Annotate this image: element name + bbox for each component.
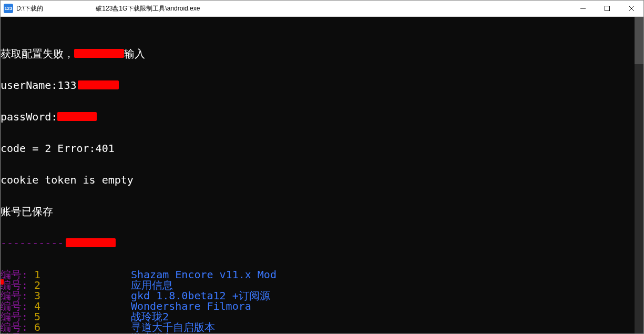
- minimize-icon: [580, 6, 586, 11]
- title-redacted-gap: [43, 5, 96, 12]
- list-item: 编号: 5战玲珑2: [1, 311, 643, 322]
- entry-id: 编号: 7: [1, 332, 131, 333]
- log-line: 账号已保存: [1, 206, 643, 217]
- maximize-icon: [605, 6, 610, 11]
- entry-id: 编号: 4: [1, 301, 131, 311]
- entry-id: 编号: 3: [1, 290, 131, 301]
- log-line: userName:133: [1, 80, 643, 90]
- title-prefix: D:\下载的: [16, 4, 43, 13]
- window-controls: [571, 1, 643, 16]
- app-window: 123 D:\下载的 破123盘1G下载限制工具\android.exe 获取配…: [0, 0, 644, 334]
- log-line: passWord:: [1, 112, 643, 122]
- log-line: 获取配置失败，输入: [1, 48, 643, 59]
- entry-name: 寻道大千自启版本: [131, 322, 215, 332]
- maximize-button[interactable]: [595, 1, 619, 16]
- file-list: 编号: 1Shazam Encore v11.x Mod编号: 2应用信息编号:…: [1, 269, 643, 333]
- close-button[interactable]: [619, 1, 643, 16]
- list-item: 编号: 7游戏分享: [1, 332, 643, 333]
- console-output[interactable]: 获取配置失败，输入 userName:133 passWord: code = …: [1, 17, 643, 333]
- redacted-mark: [74, 49, 124, 58]
- log-line: code = 2 Error:401: [1, 143, 643, 154]
- log-line: cookie token is empty: [1, 175, 643, 185]
- list-item: 编号: 1Shazam Encore v11.x Mod: [1, 269, 643, 280]
- list-item: 编号: 2应用信息: [1, 280, 643, 290]
- log-line: ----------: [1, 238, 643, 248]
- redacted-mark: [78, 80, 119, 89]
- titlebar[interactable]: 123 D:\下载的 破123盘1G下载限制工具\android.exe: [1, 1, 643, 17]
- scrollbar[interactable]: [635, 17, 643, 333]
- list-item: 编号: 6寻道大千自启版本: [1, 322, 643, 332]
- entry-name: 游戏分享: [131, 332, 173, 333]
- list-item: 编号: 3gkd 1.8.0beta12 +订阅源: [1, 290, 643, 301]
- entry-name: 战玲珑2: [131, 311, 169, 322]
- list-item: 编号: 4Wondershare Filmora: [1, 301, 643, 311]
- minimize-button[interactable]: [571, 1, 595, 16]
- redacted-mark: [66, 238, 116, 247]
- stray-red-mark: [1, 279, 4, 285]
- entry-id: 编号: 5: [1, 311, 131, 322]
- app-icon: 123: [4, 4, 13, 13]
- entry-name: Shazam Encore v11.x Mod: [131, 269, 277, 280]
- entry-name: Wondershare Filmora: [131, 301, 251, 311]
- scroll-thumb[interactable]: [635, 17, 643, 64]
- entry-id: 编号: 2: [1, 280, 131, 290]
- svg-rect-1: [605, 6, 610, 11]
- entry-name: gkd 1.8.0beta12 +订阅源: [131, 290, 270, 301]
- title-middle: 破123盘1G下载限制工具\android.exe: [96, 4, 200, 13]
- entry-id: 编号: 1: [1, 269, 131, 280]
- close-icon: [629, 6, 634, 11]
- entry-name: 应用信息: [131, 280, 173, 290]
- redacted-mark: [57, 112, 97, 121]
- entry-id: 编号: 6: [1, 322, 131, 332]
